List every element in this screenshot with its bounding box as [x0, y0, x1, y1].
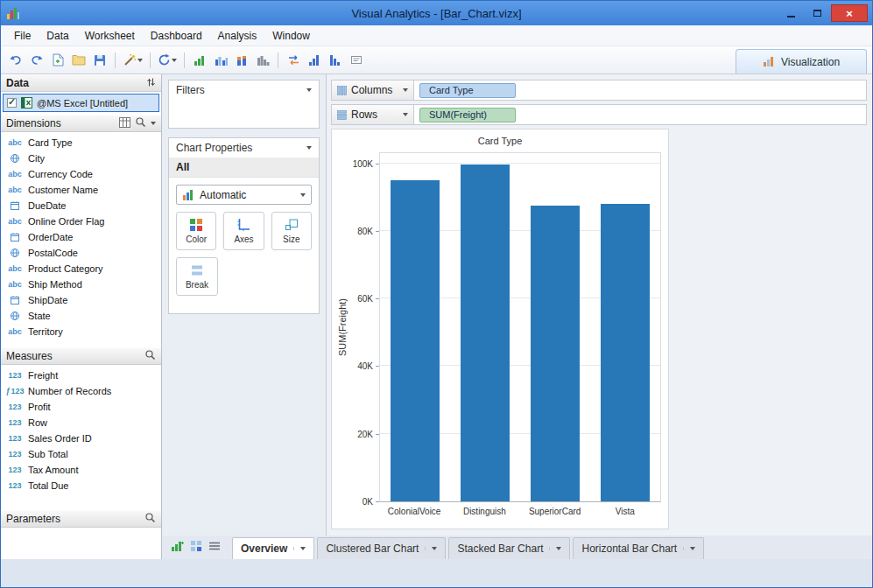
bar-distinguish[interactable]: [461, 164, 510, 501]
dimension-item[interactable]: abcOnline Order Flag: [1, 214, 161, 229]
dimension-item[interactable]: abcCard Type: [1, 135, 161, 150]
bar-superiorcard[interactable]: [531, 206, 580, 501]
dimension-item[interactable]: abcTerritory: [1, 324, 161, 340]
axes-icon: [236, 218, 250, 232]
x-tick-label: ColonialVoice: [379, 502, 449, 528]
break-button[interactable]: Break: [176, 257, 218, 296]
new-dashboard-button[interactable]: [190, 540, 202, 555]
datasource-item[interactable]: @MS Excel [Untitled]: [3, 94, 159, 112]
swap-datasource-button[interactable]: [146, 77, 156, 90]
data-section-header: Data: [1, 74, 161, 92]
search-dimensions-button[interactable]: [135, 116, 146, 130]
canvas-area: Columns Card Type Rows SUM(Freight): [327, 74, 872, 536]
maximize-button[interactable]: [805, 4, 830, 22]
abc-icon: abc: [4, 186, 25, 194]
menu-dashboard[interactable]: Dashboard: [143, 27, 210, 45]
dimensions-menu-caret-icon[interactable]: [151, 122, 156, 125]
tab-horizontal-bar-chart[interactable]: Horizontal Bar Chart: [573, 537, 704, 559]
dimension-item[interactable]: abcShip Method: [1, 276, 161, 292]
minimize-button[interactable]: [778, 4, 804, 22]
measure-item[interactable]: 123Profit: [1, 399, 161, 415]
view-data-button[interactable]: [119, 117, 130, 130]
sheet-list-button[interactable]: [208, 541, 221, 554]
dimension-item[interactable]: PostalCode: [1, 245, 161, 261]
insert-clustered-chart-icon: [215, 54, 228, 66]
dimension-item[interactable]: City: [1, 150, 161, 166]
y-axis: 100K80K60K40K20K0K: [349, 152, 379, 502]
filters-card: Filters: [168, 80, 320, 129]
axes-button[interactable]: Axes: [223, 212, 264, 250]
new-document-icon: [53, 53, 64, 66]
menu-analysis[interactable]: Analysis: [210, 27, 265, 45]
measure-item[interactable]: 123Row: [1, 415, 161, 430]
columns-pill-card-type[interactable]: Card Type: [419, 83, 516, 98]
redo-button[interactable]: [27, 50, 46, 71]
sort-descending-button[interactable]: [326, 50, 345, 71]
tab-caret-icon[interactable]: [683, 547, 695, 550]
search-measures-button[interactable]: [144, 349, 156, 363]
open-button[interactable]: [69, 50, 88, 71]
undo-button[interactable]: [6, 50, 25, 71]
insert-histogram-button[interactable]: [253, 50, 272, 71]
measure-item[interactable]: 123Total Due: [1, 478, 161, 494]
color-label: Color: [186, 234, 207, 244]
toolbar-separator: [115, 52, 116, 68]
measure-label: Sales Order ID: [28, 433, 92, 444]
measure-item[interactable]: 123Sub Total: [1, 446, 161, 462]
tab-stacked-bar-chart[interactable]: Stacked Bar Chart: [448, 537, 570, 559]
menu-file[interactable]: File: [6, 27, 39, 45]
mark-type-dropdown[interactable]: Automatic: [176, 185, 312, 205]
rows-shelf-button[interactable]: Rows: [332, 105, 414, 124]
swap-axes-button[interactable]: [284, 50, 303, 71]
new-workbook-button[interactable]: [48, 50, 67, 71]
sort-ascending-button[interactable]: [305, 50, 324, 71]
tab-overview[interactable]: Overview: [232, 537, 314, 559]
datasource-label: @MS Excel [Untitled]: [37, 98, 128, 108]
bar-colonialvoice[interactable]: [391, 180, 440, 501]
dimension-item[interactable]: DueDate: [1, 198, 161, 214]
tab-clustered-bar-chart[interactable]: Clustered Bar Chart: [317, 537, 446, 559]
datasource-checkbox[interactable]: [7, 98, 17, 108]
tab-caret-icon[interactable]: [293, 547, 306, 550]
visualization-tab[interactable]: Visualization: [736, 49, 867, 74]
bar-vista[interactable]: [601, 204, 650, 501]
menu-worksheet[interactable]: Worksheet: [77, 27, 143, 45]
toolbar: Visualization: [1, 46, 872, 74]
insert-clustered-chart-button[interactable]: [211, 50, 230, 71]
save-button[interactable]: [90, 50, 109, 71]
measure-item[interactable]: 123Freight: [1, 368, 161, 383]
dimension-item[interactable]: State: [1, 308, 161, 324]
close-button[interactable]: ×: [831, 4, 868, 22]
dimension-item[interactable]: abcCustomer Name: [1, 182, 161, 198]
chart-properties-header[interactable]: Chart Properties: [169, 138, 319, 158]
toolbar-separator: [278, 52, 278, 68]
columns-shelf-button[interactable]: Columns: [332, 80, 414, 100]
menu-window[interactable]: Window: [264, 27, 318, 45]
tab-caret-icon[interactable]: [425, 547, 437, 550]
insert-stacked-chart-button[interactable]: [232, 50, 251, 71]
color-button[interactable]: Color: [176, 212, 216, 250]
measure-item[interactable]: 123Tax Amount: [1, 462, 161, 478]
measure-item[interactable]: 123Sales Order ID: [1, 430, 161, 446]
insert-chart-button[interactable]: [190, 50, 209, 71]
measure-item[interactable]: ƒ123Number of Records: [1, 383, 161, 399]
tab-caret-icon[interactable]: [549, 547, 561, 550]
search-parameters-button[interactable]: [144, 512, 156, 526]
new-worksheet-button[interactable]: [171, 540, 184, 555]
menu-data[interactable]: Data: [39, 27, 76, 45]
columns-icon: [337, 86, 347, 95]
show-labels-button[interactable]: [347, 50, 366, 71]
dimension-item[interactable]: OrderDate: [1, 229, 161, 245]
filters-header[interactable]: Filters: [169, 80, 319, 100]
dimension-label: ShipDate: [28, 295, 67, 305]
dimension-item[interactable]: abcCurrency Code: [1, 166, 161, 182]
columns-shelf-label: Columns: [351, 84, 392, 96]
dimension-label: DueDate: [28, 200, 66, 211]
rows-pill-sum-freight[interactable]: SUM(Freight): [419, 108, 516, 122]
dimension-label: City: [28, 153, 45, 164]
dimension-item[interactable]: abcProduct Category: [1, 261, 161, 276]
dimension-item[interactable]: ShipDate: [1, 292, 161, 308]
autoformat-button[interactable]: [121, 50, 144, 71]
size-button[interactable]: Size: [271, 212, 312, 250]
refresh-button[interactable]: [156, 50, 179, 71]
